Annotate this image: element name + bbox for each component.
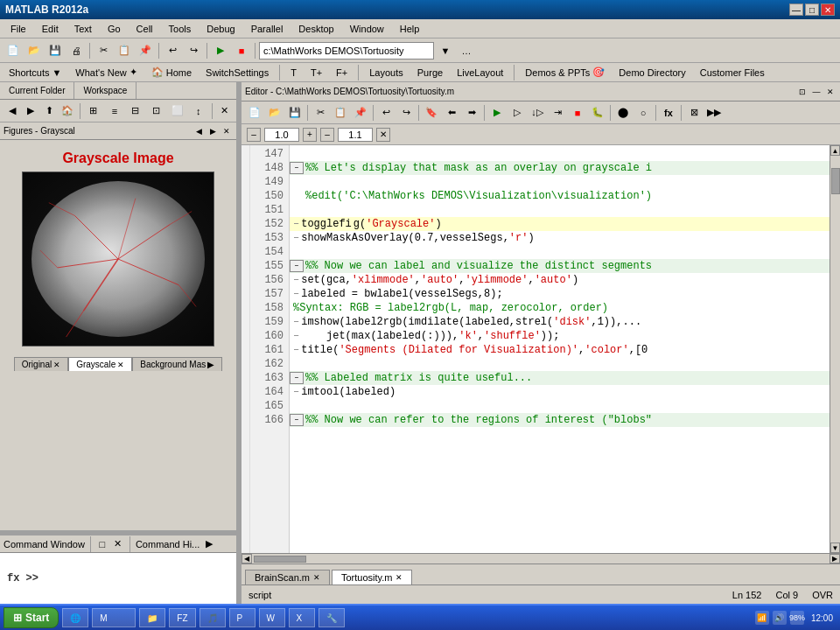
switch-settings-btn[interactable]: SwitchSettings <box>200 66 274 79</box>
demo-directory-btn[interactable]: Demo Directory <box>613 66 690 79</box>
sort-btn[interactable]: ↕ <box>189 102 208 121</box>
ed-bookmark-btn[interactable]: 🔖 <box>422 103 441 122</box>
redo-btn[interactable]: ↪ <box>184 41 203 60</box>
workspace-tab[interactable]: Workspace <box>74 82 136 99</box>
expand-tabs-btn[interactable]: ▶ <box>207 360 214 369</box>
menu-file[interactable]: File <box>4 22 33 36</box>
ed-copy-btn[interactable]: 📋 <box>331 103 350 122</box>
shortcuts-btn[interactable]: Shortcuts▼ <box>4 66 66 79</box>
menu-cell[interactable]: Cell <box>130 22 160 36</box>
grid-view-btn[interactable]: ⊞ <box>84 102 103 121</box>
ed-advance-btn[interactable]: ↓▷ <box>528 103 547 122</box>
large-view-btn[interactable]: ⬜ <box>168 102 187 121</box>
undo-btn[interactable]: ↩ <box>163 41 182 60</box>
purge-btn[interactable]: Purge <box>412 66 448 79</box>
background-mask-tab[interactable]: Background Mas ▶ <box>132 357 222 371</box>
zoom-input-2[interactable]: 1.1 <box>338 128 373 142</box>
taskbar-item-app5[interactable]: 🎵 <box>200 608 226 627</box>
menu-go[interactable]: Go <box>101 22 128 36</box>
menu-tools[interactable]: Tools <box>162 22 199 36</box>
editor-close-btn[interactable]: ✕ <box>824 86 836 98</box>
ed-save-btn[interactable]: 💾 <box>285 103 304 122</box>
print-btn[interactable]: 🖨 <box>66 41 86 60</box>
close-button[interactable]: ✕ <box>821 4 835 16</box>
h-scroll-thumb[interactable] <box>254 556 306 563</box>
ed-stop-btn[interactable]: ■ <box>568 103 587 122</box>
panel-back-btn[interactable]: ◀ <box>4 102 20 121</box>
ed-step-btn[interactable]: ⇥ <box>548 103 567 122</box>
close-panel-btn[interactable]: ✕ <box>216 102 233 121</box>
fold-marker-155[interactable]: – <box>290 260 304 272</box>
zoom-plus-btn[interactable]: + <box>303 128 317 142</box>
fold-marker-148[interactable]: – <box>290 162 304 174</box>
minimize-button[interactable]: — <box>789 4 803 16</box>
cut-btn[interactable]: ✂ <box>94 41 113 60</box>
menu-desktop[interactable]: Desktop <box>291 22 340 36</box>
tortuosity-tab-close[interactable]: ✕ <box>396 573 402 582</box>
layouts-btn[interactable]: Layouts <box>364 66 409 79</box>
ed-clear-bp-btn[interactable]: ○ <box>634 103 653 122</box>
ed-run-btn[interactable]: ▶ <box>487 103 507 122</box>
vertical-scrollbar[interactable]: ▲ ▼ <box>830 145 840 553</box>
ed-breakpoint-btn[interactable]: ⬤ <box>613 103 633 122</box>
list-view-btn[interactable]: ≡ <box>105 102 124 121</box>
taskbar-item-app9[interactable]: 🔧 <box>318 608 345 627</box>
stop-btn[interactable]: ■ <box>232 41 251 60</box>
taskbar-item-excel[interactable]: X <box>289 608 315 627</box>
taskbar-item-word[interactable]: W <box>259 608 285 627</box>
customer-files-btn[interactable]: Customer Files <box>695 66 770 79</box>
menu-window[interactable]: Window <box>343 22 391 36</box>
zoom-input-1[interactable]: 1.0 <box>264 128 299 142</box>
fig-close-btn[interactable]: ✕ <box>220 125 233 137</box>
taskbar-item-filezilla[interactable]: FZ <box>169 608 195 627</box>
ed-more-btn[interactable]: ▶▶ <box>704 103 724 122</box>
detail-view-btn[interactable]: ⊟ <box>126 102 145 121</box>
fold-marker-163[interactable]: – <box>290 372 304 384</box>
cmd-input[interactable] <box>42 572 229 584</box>
save-btn[interactable]: 💾 <box>46 41 65 60</box>
tree-view-btn[interactable]: ⊡ <box>147 102 166 121</box>
scroll-thumb[interactable] <box>831 168 840 194</box>
fig-next-btn[interactable]: ▶ <box>206 125 219 137</box>
maximize-button[interactable]: □ <box>805 4 819 16</box>
demos-ppts-btn[interactable]: Demos & PPTs🎯 <box>520 66 610 79</box>
original-tab[interactable]: Original ✕ <box>14 357 68 371</box>
t-plus-btn[interactable]: T+ <box>305 66 327 79</box>
menu-edit[interactable]: Edit <box>35 22 66 36</box>
original-tab-close[interactable]: ✕ <box>53 360 60 369</box>
taskbar-item-matlab[interactable]: M <box>92 608 136 627</box>
f-plus-btn[interactable]: F+ <box>331 66 353 79</box>
ed-help-btn[interactable]: fx <box>659 103 678 122</box>
ed-open-btn[interactable]: 📂 <box>265 103 284 122</box>
taskbar-item-ppt[interactable]: P <box>229 608 256 627</box>
ed-close-all-btn[interactable]: ⊠ <box>684 103 704 122</box>
home-btn[interactable]: 🏠Home <box>146 66 197 79</box>
paste-btn[interactable]: 📌 <box>136 41 155 60</box>
menu-debug[interactable]: Debug <box>200 22 242 36</box>
menu-help[interactable]: Help <box>393 22 427 36</box>
taskbar-item-ie[interactable]: 🌐 <box>62 608 88 627</box>
scroll-down-btn[interactable]: ▼ <box>830 542 840 553</box>
run-btn[interactable]: ▶ <box>211 41 230 60</box>
t-btn[interactable]: T <box>285 66 302 79</box>
dropdown-arrow[interactable]: ▼ <box>436 41 455 60</box>
grayscale-tab[interactable]: Grayscale ✕ <box>68 357 132 371</box>
path-dropdown[interactable]: c:\MathWorks DEMOS\Tortuosity <box>259 42 434 60</box>
menu-text[interactable]: Text <box>67 22 99 36</box>
ed-prev-bookmark-btn[interactable]: ⬅ <box>442 103 461 122</box>
panel-up-btn[interactable]: ⬆ <box>41 102 58 121</box>
ed-new-btn[interactable]: 📄 <box>245 103 264 122</box>
brainscan-tab[interactable]: BrainScan.m ✕ <box>245 570 330 584</box>
zoom-minus2-btn[interactable]: – <box>320 128 334 142</box>
ed-cut-btn[interactable]: ✂ <box>311 103 330 122</box>
cmd-close-btn[interactable]: ✕ <box>112 538 124 550</box>
copy-btn[interactable]: 📋 <box>115 41 134 60</box>
zoom-close-btn[interactable]: ✕ <box>376 128 390 142</box>
ed-undo-btn[interactable]: ↩ <box>376 103 396 122</box>
tortuosity-tab[interactable]: Tortuosity.m ✕ <box>332 570 412 584</box>
zoom-minus-btn[interactable]: – <box>247 128 261 142</box>
scroll-right-btn[interactable]: ▶ <box>830 554 840 564</box>
open-btn[interactable]: 📂 <box>24 41 44 60</box>
fold-marker-166[interactable]: – <box>290 414 304 426</box>
grayscale-tab-close[interactable]: ✕ <box>117 360 124 369</box>
